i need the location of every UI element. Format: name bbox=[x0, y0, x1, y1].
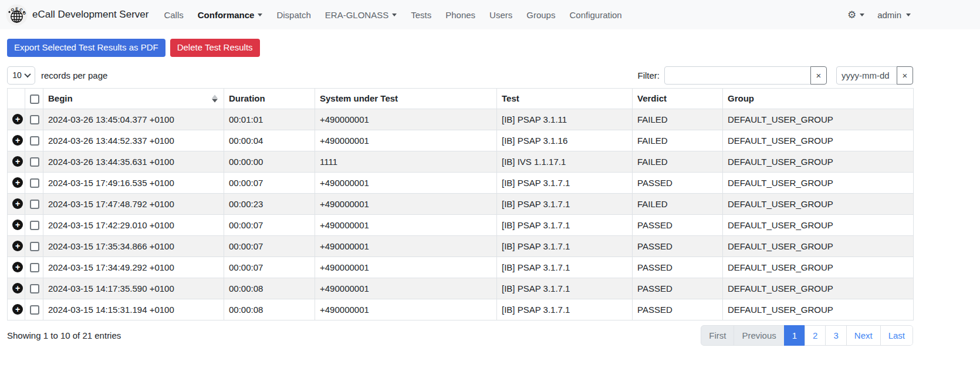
export-pdf-button[interactable]: Export Selected Test Results as PDF bbox=[7, 39, 165, 57]
table-controls: 10 records per page Filter: × × bbox=[7, 66, 913, 85]
nav-item-label: Users bbox=[489, 10, 512, 20]
column-header-duration[interactable]: Duration bbox=[224, 88, 315, 109]
cell-test: [IB] PSAP 3.1.11 bbox=[497, 109, 633, 130]
row-checkbox[interactable] bbox=[30, 221, 39, 230]
cell-group: DEFAULT_USER_GROUP bbox=[723, 256, 914, 278]
expand-row-icon[interactable]: + bbox=[12, 177, 23, 188]
table-row: +2024-03-15 17:47:48.792 +010000:00:23+4… bbox=[8, 193, 914, 214]
cell-test: [IB] PSAP 3.1.7.1 bbox=[497, 256, 633, 278]
row-checkbox[interactable] bbox=[30, 178, 39, 188]
cell-test: [IB] PSAP 3.1.16 bbox=[497, 130, 633, 151]
table-row: +2024-03-26 13:44:35.631 +010000:00:0011… bbox=[8, 151, 914, 172]
checkbox-cell bbox=[25, 299, 43, 320]
user-menu[interactable]: admin bbox=[877, 10, 911, 20]
row-checkbox[interactable] bbox=[30, 157, 39, 167]
checkbox-cell bbox=[25, 130, 43, 151]
sort-icon bbox=[212, 95, 218, 102]
page-button-1[interactable]: 1 bbox=[784, 325, 805, 346]
cell-test: [IB] PSAP 3.1.7.1 bbox=[497, 193, 633, 214]
page-button-next[interactable]: Next bbox=[846, 325, 881, 346]
nav-item-configuration[interactable]: Configuration bbox=[565, 6, 626, 23]
page-button-previous[interactable]: Previous bbox=[734, 325, 784, 346]
cell-verdict: PASSED bbox=[633, 235, 723, 256]
expand-row-icon[interactable]: + bbox=[12, 262, 23, 272]
cell-test: [IB] PSAP 3.1.7.1 bbox=[497, 278, 633, 299]
page-size-select[interactable]: 10 bbox=[7, 66, 35, 85]
cell-verdict: PASSED bbox=[633, 172, 723, 193]
filter-label: Filter: bbox=[638, 70, 660, 80]
expand-row-icon[interactable]: + bbox=[12, 135, 23, 146]
cell-duration: 00:00:04 bbox=[224, 130, 315, 151]
chevron-down-icon bbox=[24, 71, 31, 77]
nav-item-conformance[interactable]: Conformance bbox=[193, 6, 268, 23]
expand-cell: + bbox=[8, 256, 25, 278]
clear-date-button[interactable]: × bbox=[897, 66, 913, 85]
cell-duration: 00:00:23 bbox=[224, 193, 315, 214]
expand-cell: + bbox=[8, 235, 25, 256]
page-button-first[interactable]: First bbox=[701, 325, 734, 346]
filter-group: × bbox=[664, 66, 827, 85]
cell-system-under-test: +490000001 bbox=[315, 214, 497, 235]
page-button-2[interactable]: 2 bbox=[805, 325, 826, 346]
expand-cell: + bbox=[8, 130, 25, 151]
chevron-down-icon bbox=[860, 14, 864, 16]
expand-cell: + bbox=[8, 172, 25, 193]
expand-row-icon[interactable]: + bbox=[12, 283, 23, 293]
nav-item-era-glonass[interactable]: ERA-GLONASS bbox=[320, 6, 401, 23]
cell-begin: 2024-03-15 17:47:48.792 +0100 bbox=[43, 193, 224, 214]
date-filter-input[interactable] bbox=[836, 66, 897, 85]
column-header-verdict[interactable]: Verdict bbox=[633, 88, 723, 109]
column-header-begin[interactable]: Begin bbox=[43, 88, 224, 109]
nav-item-dispatch[interactable]: Dispatch bbox=[272, 6, 315, 23]
table-row: +2024-03-26 13:45:04.377 +010000:01:01+4… bbox=[8, 109, 914, 130]
cell-begin: 2024-03-15 17:49:16.535 +0100 bbox=[43, 172, 224, 193]
cell-duration: 00:00:07 bbox=[224, 172, 315, 193]
cell-duration: 00:00:07 bbox=[224, 214, 315, 235]
row-checkbox[interactable] bbox=[30, 263, 39, 272]
column-header-group[interactable]: Group bbox=[723, 88, 914, 109]
chevron-down-icon bbox=[906, 14, 911, 16]
checkbox-cell bbox=[25, 214, 43, 235]
expand-row-icon[interactable]: + bbox=[12, 156, 23, 167]
row-checkbox[interactable] bbox=[30, 305, 39, 315]
nav-item-groups[interactable]: Groups bbox=[522, 6, 560, 23]
expand-row-icon[interactable]: + bbox=[12, 304, 23, 315]
app-title: eCall Development Server bbox=[32, 9, 148, 21]
settings-menu[interactable]: ⚙ bbox=[847, 10, 864, 20]
clear-filter-button[interactable]: × bbox=[810, 66, 827, 85]
row-checkbox[interactable] bbox=[30, 115, 39, 124]
table-row: +2024-03-15 17:35:34.866 +010000:00:07+4… bbox=[8, 235, 914, 256]
checkbox-cell bbox=[25, 172, 43, 193]
page-button-3[interactable]: 3 bbox=[825, 325, 846, 346]
filter-input[interactable] bbox=[664, 66, 811, 85]
page-button-last[interactable]: Last bbox=[880, 325, 913, 346]
row-checkbox[interactable] bbox=[30, 136, 39, 146]
column-header-system-under-test[interactable]: System under Test bbox=[315, 88, 497, 109]
delete-results-button[interactable]: Delete Test Results bbox=[170, 39, 260, 57]
chevron-down-icon bbox=[258, 14, 262, 16]
gear-icon: ⚙ bbox=[847, 10, 856, 20]
expand-row-icon[interactable]: + bbox=[12, 241, 23, 251]
cell-begin: 2024-03-15 17:35:34.866 +0100 bbox=[43, 235, 224, 256]
nav-item-phones[interactable]: Phones bbox=[441, 6, 480, 23]
expand-row-icon[interactable]: + bbox=[12, 220, 23, 230]
row-checkbox[interactable] bbox=[30, 284, 39, 293]
cell-begin: 2024-03-26 13:44:35.631 +0100 bbox=[43, 151, 224, 172]
nav-item-users[interactable]: Users bbox=[485, 6, 517, 23]
expand-cell: + bbox=[8, 299, 25, 320]
table-row: +2024-03-15 14:17:35.590 +010000:00:08+4… bbox=[8, 278, 914, 299]
nav-item-calls[interactable]: Calls bbox=[159, 6, 188, 23]
records-per-page-label: records per page bbox=[41, 70, 107, 80]
select-all-checkbox[interactable] bbox=[30, 95, 39, 104]
table-row: +2024-03-15 17:34:49.292 +010000:00:07+4… bbox=[8, 256, 914, 278]
expand-row-icon[interactable]: + bbox=[12, 114, 23, 124]
cell-verdict: FAILED bbox=[633, 109, 723, 130]
row-checkbox[interactable] bbox=[30, 200, 39, 209]
nav-item-label: ERA-GLONASS bbox=[325, 10, 388, 20]
row-checkbox[interactable] bbox=[30, 242, 39, 251]
expand-row-icon[interactable]: + bbox=[12, 198, 23, 209]
cell-verdict: PASSED bbox=[633, 214, 723, 235]
column-header-test[interactable]: Test bbox=[497, 88, 633, 109]
cell-system-under-test: +490000001 bbox=[315, 109, 497, 130]
nav-item-tests[interactable]: Tests bbox=[406, 6, 436, 23]
